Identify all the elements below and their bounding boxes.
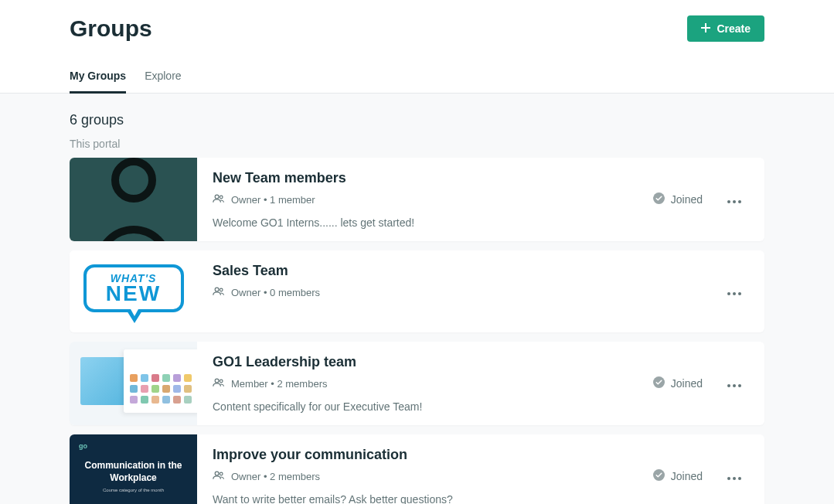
joined-label: Joined <box>671 377 703 390</box>
svg-point-9 <box>220 288 223 291</box>
svg-rect-1 <box>701 27 710 29</box>
svg-point-6 <box>733 200 736 203</box>
group-meta-text: Owner • 0 members <box>231 287 320 298</box>
group-card[interactable]: go Communication in the Workplace Course… <box>70 434 764 504</box>
group-title: Sales Team <box>213 263 707 279</box>
group-title: GO1 Leadership team <box>213 354 638 370</box>
more-horizontal-icon <box>727 471 741 482</box>
check-circle-icon <box>653 376 665 390</box>
group-meta-text: Owner • 1 member <box>231 194 315 206</box>
svg-point-14 <box>220 380 223 383</box>
more-horizontal-icon <box>727 378 741 390</box>
group-meta-text: Owner • 2 members <box>231 471 320 482</box>
check-circle-icon <box>653 469 665 483</box>
people-icon <box>213 194 225 206</box>
joined-badge: Joined <box>653 192 703 206</box>
svg-point-11 <box>733 292 736 295</box>
svg-point-24 <box>738 477 741 480</box>
group-description: Want to write better emails? Ask better … <box>213 493 638 504</box>
tab-my-groups[interactable]: My Groups <box>70 70 126 94</box>
group-card[interactable]: GO1 Leadership team Member • 2 members C… <box>70 342 764 425</box>
people-icon <box>213 471 225 482</box>
group-title: New Team members <box>213 170 638 186</box>
joined-label: Joined <box>671 470 703 482</box>
svg-point-3 <box>220 196 223 199</box>
joined-label: Joined <box>671 193 703 206</box>
svg-point-12 <box>738 292 741 295</box>
svg-point-8 <box>215 288 219 291</box>
svg-point-22 <box>727 477 730 480</box>
group-description: Content specifically for our Executive T… <box>213 400 638 413</box>
svg-point-7 <box>738 200 741 203</box>
group-count: 6 groups <box>70 112 764 128</box>
group-meta: Owner • 0 members <box>213 287 707 298</box>
page-title: Groups <box>70 15 152 42</box>
svg-point-20 <box>220 472 223 475</box>
group-card[interactable]: New Team members Owner • 1 member Welcom… <box>70 158 764 241</box>
svg-point-17 <box>733 384 736 387</box>
group-thumbnail <box>70 158 197 241</box>
tab-explore[interactable]: Explore <box>145 70 181 94</box>
group-meta: Owner • 1 member <box>213 194 638 206</box>
joined-badge: Joined <box>653 469 703 483</box>
svg-point-23 <box>733 477 736 480</box>
group-meta: Owner • 2 members <box>213 471 638 482</box>
group-meta-text: Member • 2 members <box>231 378 327 390</box>
group-thumbnail: WHAT'S NEW <box>70 250 197 332</box>
group-description: Welcome GO1 Interns...... lets get start… <box>213 216 638 229</box>
more-options-button[interactable] <box>723 189 746 210</box>
group-card[interactable]: WHAT'S NEW Sales Team Owner • 0 members <box>70 250 764 332</box>
svg-point-16 <box>727 384 730 387</box>
svg-point-10 <box>727 292 730 295</box>
more-options-button[interactable] <box>723 281 746 302</box>
svg-point-5 <box>727 200 730 203</box>
more-options-button[interactable] <box>723 373 746 394</box>
create-button-label: Create <box>717 22 751 35</box>
plus-icon <box>701 22 710 35</box>
portal-label: This portal <box>70 138 764 150</box>
svg-point-19 <box>215 472 219 475</box>
check-circle-icon <box>653 192 665 206</box>
group-thumbnail <box>70 342 197 425</box>
group-meta: Member • 2 members <box>213 378 638 390</box>
svg-point-13 <box>215 379 219 383</box>
create-button[interactable]: Create <box>687 15 764 42</box>
more-options-button[interactable] <box>723 466 746 487</box>
svg-point-18 <box>738 384 741 387</box>
people-icon <box>213 287 225 298</box>
people-icon <box>213 378 225 390</box>
joined-badge: Joined <box>653 376 703 390</box>
svg-point-2 <box>215 195 219 199</box>
group-thumbnail: go Communication in the Workplace Course… <box>70 434 197 504</box>
group-title: Improve your communication <box>213 447 638 463</box>
more-horizontal-icon <box>727 286 741 298</box>
more-horizontal-icon <box>727 194 741 206</box>
